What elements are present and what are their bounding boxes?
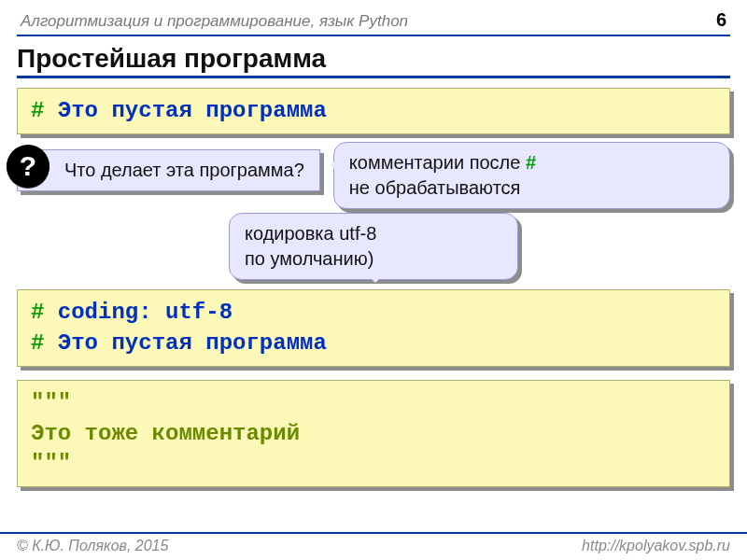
question-box: ? Что делает эта программа?: [17, 149, 320, 191]
page-number: 6: [716, 9, 726, 31]
code-comment: Это пустая программа: [44, 98, 326, 123]
callout-row: ? Что делает эта программа? комментарии …: [17, 147, 730, 209]
code-comment: Это пустая программа: [44, 330, 326, 356]
callout-text: комментарии после: [349, 152, 526, 173]
slide: Алгоритмизация и программирование, язык …: [0, 0, 747, 560]
code-hash: #: [31, 300, 44, 325]
callout-hash-comment: комментарии после # не обрабатываются: [333, 142, 730, 209]
slide-header: Алгоритмизация и программирование, язык …: [17, 9, 730, 35]
triple-quote-close: """: [31, 449, 716, 479]
code-hash: #: [31, 98, 44, 123]
callout-utf8-line-1: кодировка utf-8: [245, 221, 502, 246]
question-text: Что делает эта программа?: [64, 160, 304, 180]
hash-icon: #: [526, 152, 536, 173]
header-rule: [17, 35, 730, 36]
callout-line-2: не обрабатываются: [349, 175, 714, 201]
docstring-text: Это тоже комментарий: [31, 419, 716, 449]
code-box-1: # Это пустая программа: [17, 88, 730, 134]
triple-quote-open: """: [31, 388, 716, 418]
slide-title: Простейшая программа: [17, 42, 730, 78]
callout-utf8-line-2: по умолчанию): [245, 246, 502, 272]
callout-line-1: комментарии после #: [349, 150, 714, 175]
course-title: Алгоритмизация и программирование, язык …: [21, 12, 408, 31]
code-hash: #: [31, 330, 44, 356]
question-badge-icon: ?: [7, 145, 49, 188]
code-box-2: # coding: utf-8 # Это пустая программа: [17, 289, 730, 367]
callout-utf8: кодировка utf-8 по умолчанию): [229, 213, 518, 280]
footer-author: © К.Ю. Поляков, 2015: [17, 538, 168, 554]
code-comment: coding: utf-8: [44, 300, 233, 325]
slide-footer: © К.Ю. Поляков, 2015 http://kpolyakov.sp…: [0, 532, 747, 554]
code-box-3: """ Это тоже комментарий """: [17, 380, 730, 487]
footer-url: http://kpolyakov.spb.ru: [582, 538, 730, 554]
